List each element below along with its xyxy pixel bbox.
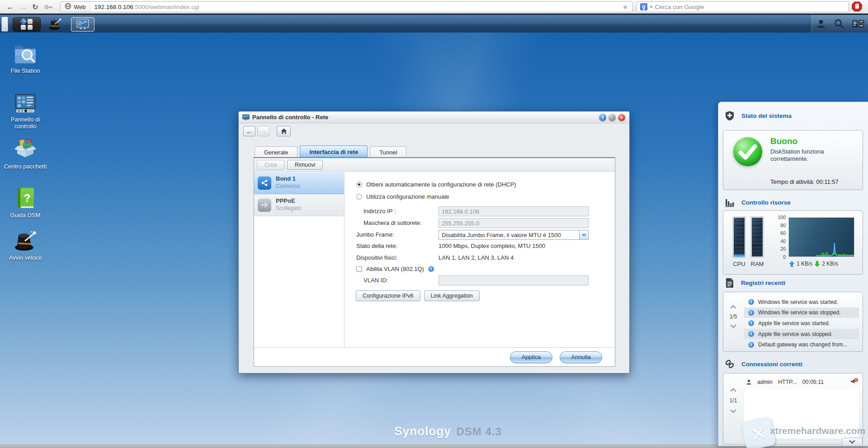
globe-icon bbox=[65, 3, 71, 11]
tab-tunnel[interactable]: Tunnel bbox=[370, 146, 406, 158]
link-aggregation-button[interactable]: Link Aggregation bbox=[424, 290, 480, 301]
kick-connection-icon[interactable] bbox=[850, 378, 858, 386]
window-titlebar[interactable]: Pannello di controllo - Rete bbox=[239, 112, 629, 123]
cancel-button[interactable]: Annulla bbox=[560, 351, 602, 363]
vlan-id-input[interactable] bbox=[439, 275, 589, 285]
window-home-button[interactable] bbox=[277, 126, 291, 136]
remove-button[interactable]: Rimuovi bbox=[287, 160, 323, 170]
log-row[interactable]: iApple file service was stopped. bbox=[744, 329, 859, 340]
desktop-icon-control-panel[interactable]: Pannello di controllo bbox=[4, 93, 47, 130]
window-back-button[interactable]: ← bbox=[243, 126, 255, 136]
logs-page-down-icon[interactable] bbox=[730, 324, 736, 328]
connection-list-area bbox=[744, 389, 859, 439]
desktop-icon-label: Pannello di controllo bbox=[4, 116, 47, 130]
connection-protocol: HTTP... bbox=[778, 379, 797, 385]
vlan-checkbox[interactable] bbox=[356, 266, 362, 272]
tab-interfaccia-di-rete[interactable]: Interfaccia di rete bbox=[300, 145, 368, 158]
home-icon bbox=[281, 128, 287, 134]
interface-toolbar: Crea Rimuovi bbox=[254, 158, 615, 172]
ipv6-config-button[interactable]: Configurazione IPv6 bbox=[356, 290, 420, 301]
pppoe-icon bbox=[258, 198, 271, 212]
logs-page-indicator: 1/5 bbox=[726, 313, 741, 320]
log-row[interactable]: iWindows file service was stopped. bbox=[744, 308, 859, 318]
log-row[interactable]: iDefault gateway was changed from... bbox=[744, 339, 859, 350]
user-icon[interactable] bbox=[816, 18, 826, 29]
control-panel-window-icon bbox=[76, 19, 89, 30]
browser-reload-button[interactable]: ↻ bbox=[29, 0, 42, 13]
minimize-button[interactable] bbox=[609, 114, 616, 121]
info-icon: i bbox=[748, 331, 754, 337]
connections-page-down-icon[interactable] bbox=[730, 409, 736, 413]
network-graph bbox=[788, 217, 854, 257]
net-status-label: Stato della rete: bbox=[356, 243, 397, 249]
interface-item-bond1[interactable]: Bond 1 Connesso bbox=[254, 172, 344, 194]
logs-pager: 1/5 bbox=[726, 292, 741, 328]
window-forward-button[interactable]: → bbox=[257, 126, 269, 136]
site-identity-badge[interactable]: Web bbox=[61, 2, 90, 12]
help-button[interactable]: ? bbox=[599, 114, 606, 121]
control-panel-taskbar-button[interactable] bbox=[71, 17, 94, 32]
upload-rate: 1 KB/s bbox=[797, 261, 812, 267]
widgets-icon[interactable] bbox=[852, 19, 864, 28]
form-buttons-row: Configurazione IPv6 Link Aggregation bbox=[356, 290, 480, 301]
interface-name: PPPoE bbox=[276, 197, 295, 204]
url-bar[interactable]: Web 192.168.0.106:5000/webman/index.cgi … bbox=[60, 1, 633, 12]
desktop-icon-dsm-help[interactable]: ? Guida DSM bbox=[4, 187, 47, 219]
desktop-icon-label: Centro pacchetti bbox=[4, 163, 47, 170]
window-title: Pannello di controllo - Rete bbox=[252, 114, 328, 121]
apply-button[interactable]: Applica bbox=[510, 351, 552, 363]
dhcp-radio[interactable] bbox=[356, 182, 362, 187]
manual-config-radio[interactable] bbox=[356, 194, 362, 200]
connections-pager: 1/1 bbox=[726, 373, 741, 413]
key-icon[interactable] bbox=[42, 0, 55, 13]
net-status-row: Stato della rete: bbox=[356, 243, 397, 249]
window-buttons: ? ✕ bbox=[599, 114, 625, 121]
tab-generale[interactable]: Generale bbox=[255, 146, 297, 158]
search-engine-caret-icon[interactable]: ▾ bbox=[650, 5, 652, 9]
synology-logo: Synology bbox=[394, 425, 451, 439]
search-box[interactable]: g ▾ bbox=[637, 1, 849, 12]
sidebar-collapse-button[interactable] bbox=[842, 438, 863, 446]
browser-forward-button[interactable]: → bbox=[16, 0, 29, 13]
stop-hand-icon[interactable] bbox=[852, 1, 862, 13]
system-status-header[interactable]: Stato del sistema bbox=[725, 110, 792, 121]
search-input[interactable] bbox=[655, 4, 849, 10]
desktop-icon-quick-start[interactable]: Avvio veloce bbox=[4, 230, 47, 261]
google-icon: g bbox=[640, 3, 647, 10]
logs-page-up-icon[interactable] bbox=[730, 305, 736, 309]
main-menu-button[interactable] bbox=[13, 17, 41, 32]
desktop-icon-package-center[interactable]: Centro pacchetti bbox=[4, 138, 47, 170]
current-connections-header[interactable]: Connessioni correnti bbox=[725, 359, 802, 369]
dsm-help-icon: ? bbox=[15, 187, 36, 210]
bookmark-star-icon[interactable]: ★ bbox=[622, 3, 632, 11]
desktop-icon-file-station[interactable]: File Station bbox=[4, 43, 47, 74]
jumbo-frame-select[interactable]: Disabilita Jumbo Frame, il valore MTU è … bbox=[439, 230, 589, 240]
ram-label: RAM bbox=[750, 261, 765, 267]
window-title-icon bbox=[242, 114, 250, 121]
close-button[interactable]: ✕ bbox=[618, 114, 625, 121]
interface-name: Bond 1 bbox=[276, 175, 296, 182]
vlan-checkbox-row: Abilita VLAN (802.1Q) i bbox=[356, 266, 434, 272]
quick-launch-taskbar-button[interactable] bbox=[45, 17, 65, 32]
search-icon[interactable] bbox=[834, 18, 844, 29]
window-nav-row: ← → bbox=[243, 126, 291, 136]
log-row[interactable]: iWindows file service was started. bbox=[744, 297, 859, 308]
resource-monitor-header[interactable]: Controllo risorse bbox=[725, 197, 791, 208]
subnet-input[interactable] bbox=[439, 218, 589, 228]
manual-radio-row: Utilizza configurazione manuale bbox=[356, 193, 449, 200]
cpu-gauge bbox=[732, 216, 746, 258]
show-desktop-button[interactable] bbox=[1, 17, 8, 32]
ip-input[interactable] bbox=[439, 206, 589, 216]
connection-row[interactable]: admin HTTP... 00:05:11 bbox=[746, 378, 858, 386]
browser-back-button[interactable]: ← bbox=[4, 0, 16, 13]
dsm-branding: Synology DSM 4.3 bbox=[394, 425, 502, 439]
create-button[interactable]: Crea bbox=[257, 160, 284, 170]
log-row[interactable]: iApple file service was started. bbox=[744, 318, 859, 329]
dropdown-arrow-icon[interactable] bbox=[579, 230, 588, 239]
recent-logs-header[interactable]: Registri recenti bbox=[725, 277, 785, 288]
ip-label-row: Indirizzo IP : bbox=[363, 208, 396, 215]
desktop-icon-label: Avvio veloce bbox=[9, 254, 42, 261]
interface-item-pppoe[interactable]: PPPoE Scollegato bbox=[254, 194, 344, 216]
vlan-info-icon[interactable]: i bbox=[428, 266, 434, 272]
connections-page-up-icon[interactable] bbox=[730, 388, 736, 392]
